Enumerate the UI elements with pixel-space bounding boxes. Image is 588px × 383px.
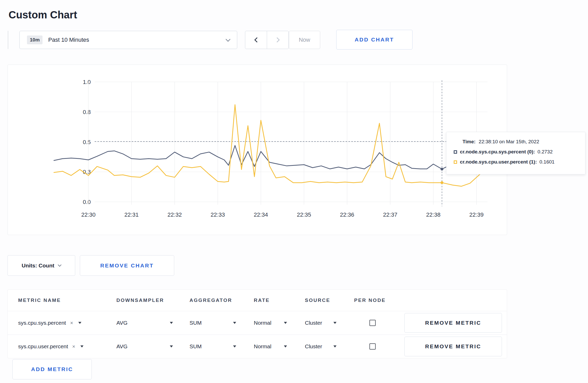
metric-row-sys: sys.cpu.sys.percent × AVG SUM Normal Clu… <box>8 311 507 335</box>
aggregator-select[interactable]: SUM <box>190 343 236 350</box>
header-metric-name: METRIC NAME <box>18 297 61 303</box>
header-aggregator: AGGREGATOR <box>190 297 232 303</box>
metrics-line-chart[interactable]: 0.00.30.50.81.022:3022:3122:3222:3322:34… <box>8 65 507 235</box>
chevron-down-icon <box>226 37 230 41</box>
downsampler-select[interactable]: AVG <box>116 320 173 326</box>
per-node-cell <box>369 343 376 350</box>
per-node-checkbox[interactable] <box>369 343 376 350</box>
svg-text:22:39: 22:39 <box>469 211 484 218</box>
svg-text:22:36: 22:36 <box>340 211 354 218</box>
time-range-dropdown[interactable]: 10m Past 10 Minutes <box>19 31 237 49</box>
chevron-down-icon <box>58 263 61 267</box>
series-swatch-sys <box>454 150 457 154</box>
add-chart-button[interactable]: ADD CHART <box>336 30 412 49</box>
tooltip-series-row: cr.node.sys.cpu.sys.percent (0): 0.2732 <box>454 149 578 155</box>
clear-metric-icon[interactable]: × <box>70 320 73 326</box>
clear-metric-icon[interactable]: × <box>72 344 75 350</box>
remove-metric-button[interactable]: REMOVE METRIC <box>404 337 502 356</box>
svg-text:22:33: 22:33 <box>211 211 225 218</box>
time-back-button[interactable] <box>245 31 267 49</box>
page-title: Custom Chart <box>9 9 77 21</box>
svg-text:0.0: 0.0 <box>83 199 91 205</box>
caret-down-icon <box>284 345 287 347</box>
caret-down-icon <box>170 322 173 324</box>
aggregator-select[interactable]: SUM <box>190 320 236 326</box>
metrics-table: METRIC NAME DOWNSAMPLER AGGREGATOR RATE … <box>8 289 507 358</box>
metrics-table-header: METRIC NAME DOWNSAMPLER AGGREGATOR RATE … <box>8 290 507 311</box>
toolbar-divider <box>8 31 8 49</box>
add-metric-button[interactable]: ADD METRIC <box>12 359 92 379</box>
source-select[interactable]: Cluster <box>305 320 337 326</box>
units-dropdown[interactable]: Units: Count <box>8 255 75 276</box>
caret-down-icon <box>233 322 236 324</box>
svg-text:1.0: 1.0 <box>83 79 91 85</box>
caret-down-icon <box>170 345 173 347</box>
caret-down-icon <box>233 345 236 347</box>
header-rate: RATE <box>254 297 270 303</box>
svg-text:22:32: 22:32 <box>167 211 182 218</box>
time-forward-button[interactable] <box>267 31 289 49</box>
metric-name-select[interactable]: sys.cpu.user.percent × <box>18 343 83 350</box>
remove-chart-button[interactable]: REMOVE CHART <box>80 255 174 276</box>
rate-select[interactable]: Normal <box>254 320 287 326</box>
per-node-cell <box>369 320 376 326</box>
svg-text:22:37: 22:37 <box>383 211 397 218</box>
header-per-node: PER NODE <box>354 297 386 303</box>
svg-text:22:34: 22:34 <box>254 211 268 218</box>
chart-card: 0.00.30.50.81.022:3022:3122:3222:3322:34… <box>8 65 507 235</box>
caret-down-icon <box>284 322 287 324</box>
svg-text:0.8: 0.8 <box>83 109 91 115</box>
svg-text:0.5: 0.5 <box>83 139 91 145</box>
metric-name-select[interactable]: sys.cpu.sys.percent × <box>18 320 81 326</box>
chart-tooltip: Time:22:38:10 on Mar 15th, 2022 cr.node.… <box>446 132 585 174</box>
caret-down-icon <box>80 345 83 347</box>
metric-row-user: sys.cpu.user.percent × AVG SUM Normal Cl… <box>8 335 507 358</box>
series-swatch-user <box>454 160 457 164</box>
tooltip-series-row: cr.node.sys.cpu.user.percent (1): 0.1601 <box>454 159 578 165</box>
header-source: SOURCE <box>305 297 330 303</box>
time-range-badge: 10m <box>27 36 43 44</box>
remove-metric-button[interactable]: REMOVE METRIC <box>404 313 502 333</box>
now-button[interactable]: Now <box>289 31 320 49</box>
downsampler-select[interactable]: AVG <box>116 343 173 350</box>
svg-text:22:30: 22:30 <box>81 211 95 218</box>
caret-down-icon <box>78 322 81 324</box>
rate-select[interactable]: Normal <box>254 343 287 350</box>
per-node-checkbox[interactable] <box>369 320 376 326</box>
header-downsampler: DOWNSAMPLER <box>116 297 164 303</box>
svg-text:22:31: 22:31 <box>124 211 139 218</box>
caret-down-icon <box>333 345 337 347</box>
chevron-left-icon <box>254 37 260 42</box>
caret-down-icon <box>333 322 337 324</box>
chevron-right-icon <box>275 37 280 42</box>
source-select[interactable]: Cluster <box>305 343 337 350</box>
svg-text:22:38: 22:38 <box>426 211 440 218</box>
time-range-label: Past 10 Minutes <box>48 37 89 43</box>
svg-text:22:35: 22:35 <box>297 211 311 218</box>
tooltip-time: Time:22:38:10 on Mar 15th, 2022 <box>463 139 578 145</box>
